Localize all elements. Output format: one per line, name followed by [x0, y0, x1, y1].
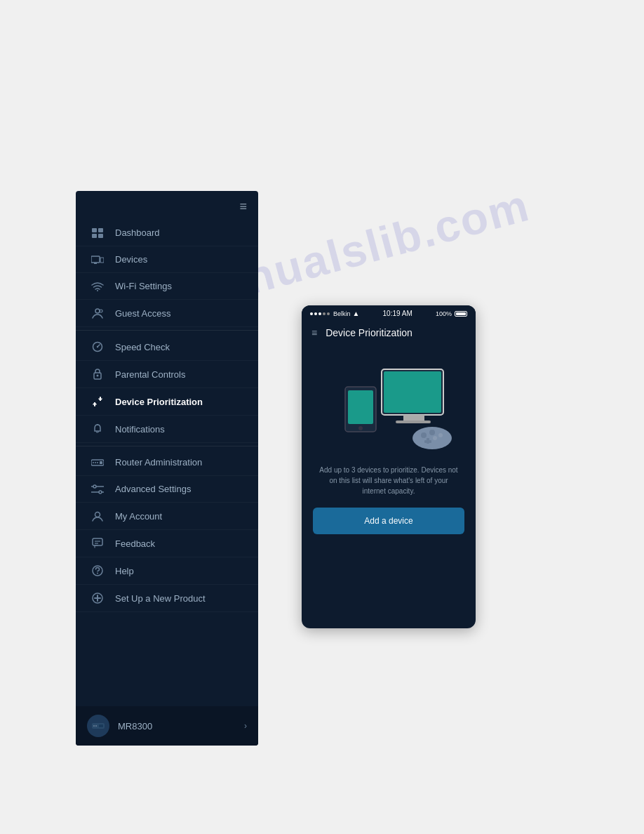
svg-rect-1	[98, 228, 103, 232]
sidebar-item-priority[interactable]: Device Prioritization	[76, 388, 258, 416]
carrier-label: Belkin	[333, 310, 351, 317]
status-right: 100%	[436, 310, 467, 317]
sidebar-item-speed[interactable]: Speed Check	[76, 333, 258, 361]
account-icon	[90, 510, 105, 522]
mobile-hamburger-icon[interactable]: ≡	[311, 327, 317, 338]
svg-rect-19	[100, 461, 102, 464]
sidebar-item-wifi[interactable]: Wi-Fi Settings	[76, 273, 258, 300]
svg-rect-5	[94, 263, 97, 264]
sidebar: ≡ Dashboard De	[76, 191, 258, 746]
sidebar-item-feedback[interactable]: Feedback	[76, 530, 258, 557]
sidebar-item-label: Router Administration	[115, 457, 202, 468]
divider-2	[76, 446, 258, 446]
sidebar-item-label: My Account	[115, 511, 162, 522]
router-footer[interactable]: MR8300 ›	[76, 706, 258, 746]
devices-illustration	[326, 362, 452, 454]
sidebar-header: ≡	[76, 191, 258, 220]
mobile-page-title: Device Prioritization	[326, 327, 412, 338]
sidebar-item-account[interactable]: My Account	[76, 503, 258, 530]
sidebar-item-router-admin[interactable]: Router Administration	[76, 449, 258, 476]
svg-point-48	[433, 436, 437, 440]
sidebar-item-parental[interactable]: Parental Controls	[76, 361, 258, 388]
sidebar-item-notifications[interactable]: Notifications	[76, 416, 258, 443]
signal-dots	[310, 312, 330, 315]
time-label: 10:19 AM	[383, 310, 412, 317]
sidebar-item-label: Guest Access	[115, 308, 170, 319]
svg-rect-40	[396, 421, 431, 423]
speed-icon	[90, 341, 105, 352]
svg-point-8	[95, 309, 100, 313]
svg-rect-0	[92, 228, 97, 232]
svg-rect-39	[403, 415, 424, 421]
svg-point-23	[99, 491, 102, 494]
sidebar-item-guest[interactable]: Guest Access	[76, 300, 258, 327]
svg-rect-2	[92, 234, 97, 238]
mobile-app: Belkin ▲ 10:19 AM 100% ≡ Device Prioriti…	[302, 305, 476, 628]
devices-icon	[90, 255, 105, 265]
svg-rect-6	[100, 258, 104, 263]
feedback-icon	[90, 538, 105, 549]
sidebar-item-label: Speed Check	[115, 342, 170, 352]
svg-rect-50	[424, 440, 431, 443]
wifi-status-icon: ▲	[353, 310, 360, 317]
svg-point-47	[438, 433, 443, 437]
sidebar-item-new-product[interactable]: Set Up a New Product	[76, 585, 258, 612]
svg-point-45	[421, 432, 427, 438]
sidebar-item-dashboard[interactable]: Dashboard	[76, 220, 258, 246]
svg-point-21	[93, 485, 96, 488]
svg-point-17	[95, 462, 96, 463]
svg-point-11	[97, 346, 98, 348]
svg-rect-25	[93, 538, 102, 545]
sidebar-item-label: Device Prioritization	[115, 397, 203, 407]
mobile-content: Add up to 3 devices to prioritize. Devic…	[302, 344, 476, 545]
svg-rect-36	[99, 724, 103, 727]
wifi-icon	[90, 282, 105, 291]
svg-rect-38	[384, 371, 441, 413]
hamburger-icon[interactable]: ≡	[239, 199, 247, 214]
sidebar-item-label: Devices	[115, 254, 147, 265]
svg-point-7	[97, 290, 98, 291]
sidebar-item-label: Notifications	[115, 424, 165, 435]
svg-rect-4	[91, 256, 100, 263]
sidebar-item-label: Help	[115, 566, 134, 576]
new-product-icon	[90, 593, 105, 604]
add-device-button[interactable]: Add a device	[313, 508, 464, 534]
sidebar-item-label: Dashboard	[115, 227, 160, 238]
mobile-header: ≡ Device Prioritization	[302, 322, 476, 344]
svg-rect-3	[98, 234, 103, 238]
help-icon	[90, 565, 105, 576]
status-bar: Belkin ▲ 10:19 AM 100%	[302, 305, 476, 322]
router-name-label: MR8300	[118, 721, 244, 732]
battery-icon	[455, 311, 467, 317]
notifications-icon	[90, 423, 105, 435]
svg-point-14	[97, 424, 98, 425]
sidebar-item-label: Parental Controls	[115, 369, 185, 380]
svg-point-35	[95, 725, 97, 727]
sidebar-item-help[interactable]: Help	[76, 557, 258, 585]
svg-point-46	[429, 430, 435, 435]
svg-point-34	[93, 725, 95, 727]
svg-point-24	[95, 512, 100, 517]
sidebar-item-devices[interactable]: Devices	[76, 246, 258, 273]
router-avatar	[87, 715, 109, 737]
svg-rect-42	[348, 390, 373, 424]
sidebar-nav: Dashboard Devices	[76, 220, 258, 612]
priority-description: Add up to 3 devices to prioritize. Devic…	[313, 465, 464, 496]
svg-point-16	[93, 462, 94, 463]
dashboard-icon	[90, 228, 105, 238]
sidebar-item-advanced[interactable]: Advanced Settings	[76, 476, 258, 503]
priority-icon	[90, 396, 105, 407]
router-admin-icon	[90, 458, 105, 467]
sidebar-item-label: Advanced Settings	[115, 484, 191, 494]
sidebar-item-label: Wi-Fi Settings	[115, 281, 172, 291]
sidebar-item-label: Feedback	[115, 538, 155, 549]
status-left: Belkin ▲	[310, 310, 359, 317]
svg-point-13	[97, 375, 99, 377]
svg-point-18	[97, 462, 98, 463]
divider-1	[76, 330, 258, 331]
router-chevron-icon: ›	[244, 721, 247, 731]
battery-percent: 100%	[436, 310, 452, 317]
advanced-icon	[90, 484, 105, 494]
parental-icon	[90, 369, 105, 380]
guest-icon	[90, 307, 105, 319]
